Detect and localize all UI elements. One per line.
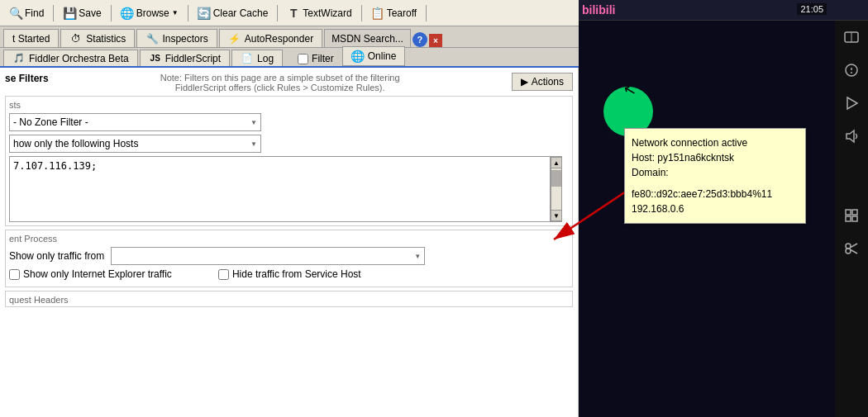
separator-6 [426,5,427,21]
save-button[interactable]: 💾 Save [57,4,107,22]
separator-1 [53,5,54,21]
tab-log-label: Log [257,53,274,64]
help-button[interactable]: ? [413,32,427,47]
text-wizard-icon: T [287,7,300,20]
text-wizard-button[interactable]: T TextWizard [281,4,357,22]
show-hosts-select[interactable]: how only the following Hosts ▼ [9,135,261,153]
statistics-icon: ⏱ [69,32,83,45]
tooltip-line5: fe80::d92c:aee7:25d3:bbb4%11 [632,187,799,201]
separator-5 [361,5,362,21]
traffic-select-arrow: ▼ [414,253,421,260]
show-traffic-label: Show only traffic from [9,250,104,262]
save-icon: 💾 [63,7,76,20]
svg-point-13 [846,244,851,249]
tab-statistics-label: Statistics [86,33,126,45]
tab-inspectors[interactable]: 🔧 Inspectors [136,29,217,47]
online-label: Online [368,50,397,62]
process-section: ent Process Show only traffic from ▼ Sho… [5,230,573,287]
red-arrow [537,182,637,248]
tearoff-label: Tearoff [387,7,417,19]
svg-rect-11 [846,216,851,221]
filters-title: se Filters [5,73,49,84]
bilibili-logo: bilibili [582,3,615,17]
svg-rect-12 [852,216,857,221]
find-label: Find [25,7,44,19]
separator-3 [188,5,188,21]
filter-area: Filter [291,51,341,66]
text-wizard-label: TextWizard [303,7,351,19]
svg-marker-7 [847,97,857,109]
svg-point-14 [846,249,851,254]
find-icon: 🔍 [9,7,22,20]
request-headers-section: quest Headers [5,291,573,307]
browse-dropdown-arrow: ▼ [172,9,179,17]
bili-icon-scissors[interactable] [842,239,861,258]
actions-button[interactable]: ▶ Actions [512,73,573,91]
separator-2 [111,5,112,21]
tab-msdn-label: MSDN Search... [331,33,403,45]
browse-label: Browse [136,7,169,19]
traffic-select[interactable]: ▼ [111,247,425,265]
find-button[interactable]: 🔍 Find [3,4,50,22]
tab-autoresponder[interactable]: ⚡ AutoResponder [219,29,322,47]
tooltip-popup: Network connection active Host: py151na6… [624,128,806,224]
online-icon: 🌐 [351,50,365,63]
actions-icon: ▶ [521,76,528,88]
show-ie-text: Show only Internet Explorer traffic [23,268,172,280]
svg-marker-8 [847,130,854,142]
show-ie-label: Show only Internet Explorer traffic [9,268,172,280]
show-hosts-value: how only the following Hosts [13,138,138,149]
filter-checkbox[interactable] [298,54,308,64]
bili-icon-3[interactable] [842,93,861,113]
show-ie-checkbox[interactable] [9,269,20,280]
filters-panel: se Filters Note: Filters on this page ar… [0,68,579,417]
scrollbar-up-button[interactable]: ▲ [551,157,562,168]
show-ie-row: Show only Internet Explorer traffic Hide… [9,268,569,280]
bili-icon-1[interactable] [842,27,861,47]
browse-button[interactable]: 🌐 Browse ▼ [115,4,184,22]
hosts-textarea[interactable] [9,156,551,222]
tooltip-line3: Domain: [632,165,799,180]
tab-started[interactable]: t Started [3,29,59,47]
hide-service-checkbox[interactable] [218,269,229,280]
online-button[interactable]: 🌐 Online [342,46,406,66]
no-zone-filter-row: - No Zone Filter - ▼ [9,113,569,131]
bili-icon-2[interactable] [842,60,861,80]
bili-icon-volume[interactable] [842,126,861,146]
clear-cache-label: Clear Cache [213,7,269,19]
hide-service-text: Hide traffic from Service Host [232,268,361,280]
orchestra-icon: 🎵 [12,52,26,65]
help-label: ? [417,35,422,45]
tab-statistics[interactable]: ⏱ Statistics [60,29,135,47]
script-icon: JS [149,52,162,65]
tab-msdn[interactable]: MSDN Search... [324,29,411,47]
bili-icon-4[interactable] [842,206,861,225]
no-zone-filter-arrow: ▼ [250,119,257,126]
time-display: 21:05 [797,3,827,15]
process-title: ent Process [9,234,569,244]
show-hosts-arrow: ▼ [250,140,257,148]
save-label: Save [79,7,101,19]
autoresponder-icon: ⚡ [228,32,241,45]
svg-rect-10 [852,210,857,215]
tab-script-label: FiddlerScript [165,53,221,64]
tearoff-button[interactable]: 📋 Tearoff [365,4,422,22]
tooltip-line1: Network connection active [632,135,799,150]
no-zone-filter-select[interactable]: - No Zone Filter - ▼ [9,113,261,131]
tooltip-line2: Host: py151na6kckntsk [632,150,799,165]
filters-note-1: Note: Filters on this page are a simple … [65,73,495,83]
tab-script[interactable]: JS FiddlerScript [140,50,230,66]
tab-started-label: t Started [12,33,50,45]
filter-label: Filter [312,53,334,64]
filters-note-2: FiddlerScript offers (click Rules > Cust… [65,83,495,92]
tab-inspectors-label: Inspectors [162,33,207,45]
clear-cache-button[interactable]: 🔄 Clear Cache [192,4,274,22]
tearoff-icon: 📋 [371,7,384,20]
inspectors-icon: 🔧 [145,32,159,45]
tab-log[interactable]: 📄 Log [231,50,283,66]
show-hosts-row: how only the following Hosts ▼ [9,135,569,153]
separator-4 [277,5,278,21]
tooltip-line6: 192.168.0.6 [632,201,799,216]
close-button[interactable]: × [429,34,442,47]
tab-orchestra[interactable]: 🎵 Fiddler Orchestra Beta [3,50,138,66]
